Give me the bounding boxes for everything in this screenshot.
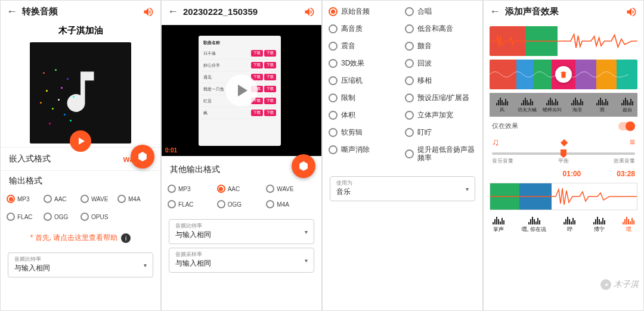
output-format-label: 输出格式	[1, 170, 160, 189]
sound-effect-item[interactable]: 功夫大喊	[515, 93, 540, 117]
bitrate-dropdown[interactable]: 音频比特率 与输入相同	[8, 252, 153, 277]
effect-option[interactable]: 嘶声消除	[326, 141, 402, 158]
format-radio-wave[interactable]: WAVE	[80, 191, 117, 207]
bitrate-dropdown[interactable]: 音频比特率 与输入相同	[169, 219, 314, 244]
effect-option[interactable]: 软剪辑	[326, 124, 402, 141]
embedded-format-label: 嵌入式格式	[9, 154, 123, 164]
sound-effect-item[interactable]: 雨	[590, 93, 615, 117]
effect-option[interactable]: 合唱	[402, 3, 479, 20]
effect-option[interactable]: 移相	[402, 72, 479, 89]
waveform-track-3[interactable]	[490, 183, 637, 210]
sound-category-item[interactable]: 嘿, 你在说	[522, 216, 546, 233]
effect-option[interactable]: 盯眝	[402, 124, 479, 141]
effect-option[interactable]: 立体声加宽	[402, 107, 479, 124]
playlist-row: 枫下载下载	[201, 107, 278, 119]
record-button[interactable]	[131, 145, 154, 169]
playlist-row: 好心分手下载下载	[201, 60, 278, 71]
effect-option[interactable]: 震音	[326, 38, 402, 55]
effect-only-label: 仅在效果	[492, 121, 518, 130]
play-button[interactable]	[70, 130, 91, 152]
effect-option[interactable]: 提升超低音扬声器频率	[402, 141, 479, 167]
effect-option[interactable]: 3D效果	[326, 55, 402, 72]
effect-option[interactable]: 颤音	[402, 38, 479, 55]
balance-icon: ◆	[561, 136, 568, 148]
format-radio-wave[interactable]: WAVE	[266, 181, 315, 196]
time-end: 03:28	[617, 170, 635, 178]
effect-option[interactable]: 低音和高音	[402, 20, 479, 38]
sound-effect-item[interactable]: 蟋蟀尖叫	[540, 93, 565, 117]
back-icon[interactable]: ←	[168, 5, 178, 18]
format-radio-aac[interactable]: AAC	[217, 181, 267, 196]
waveform-track-2[interactable]	[490, 60, 637, 89]
play-overlay-button[interactable]	[225, 74, 258, 107]
timestamp: 0:01	[165, 147, 177, 154]
format-radio-flac[interactable]: FLAC	[168, 196, 217, 212]
time-start: 01:00	[563, 170, 581, 178]
format-radio-flac[interactable]: FLAC	[7, 209, 44, 224]
page-title: 20230222_150359	[183, 7, 299, 17]
format-radio-opus[interactable]: OPUS	[80, 209, 117, 224]
effect-option[interactable]: 限制	[326, 89, 402, 107]
format-radio-ogg[interactable]: OGG	[44, 209, 80, 224]
music-volume-icon: ♫	[492, 137, 499, 148]
sound-effect-item[interactable]: 超自	[615, 93, 637, 117]
info-icon: i	[121, 233, 131, 243]
speaker-icon[interactable]	[143, 6, 154, 18]
song-title: 木子淇加油	[1, 23, 160, 39]
format-radio-m4a[interactable]: M4A	[117, 191, 154, 207]
back-icon[interactable]: ←	[7, 5, 17, 18]
balance-slider[interactable]	[492, 152, 635, 155]
sound-category-item[interactable]: 博宁	[593, 216, 605, 233]
effect-option[interactable]: 回波	[402, 55, 479, 72]
album-art	[30, 42, 131, 143]
waveform-track-1[interactable]	[490, 26, 637, 56]
effect-option[interactable]: 体积	[326, 107, 402, 124]
speaker-icon[interactable]	[626, 6, 637, 18]
format-radio-m4a[interactable]: M4A	[266, 196, 315, 212]
format-radio-aac[interactable]: AAC	[44, 191, 80, 207]
help-link[interactable]: * 首先, 请点击这里查看帮助 i	[1, 227, 160, 249]
sound-effect-item[interactable]: 风	[490, 93, 515, 117]
back-icon[interactable]: ←	[490, 5, 500, 18]
format-radio-mp3[interactable]: MP3	[7, 191, 44, 207]
playlist-row: 日不落下载下载	[201, 48, 278, 60]
sound-effect-item[interactable]: 海浪	[565, 93, 590, 117]
effect-option[interactable]: 原始音频	[326, 3, 402, 20]
speaker-icon[interactable]	[304, 6, 315, 18]
page-title: 转换音频	[22, 6, 138, 17]
effect-volume-icon: ≡	[630, 137, 635, 148]
video-preview: 歌曲名称 日不落下载下载好心分手下载下载遇见下载下载我是一只鱼下载下载红豆下载下…	[162, 25, 321, 156]
sound-category-item[interactable]: 嘿	[623, 216, 634, 233]
effect-option[interactable]: 预设压缩/扩展器	[402, 89, 479, 107]
samplerate-dropdown[interactable]: 音频采样率 与输入相同	[169, 248, 314, 273]
format-radio-ogg[interactable]: OGG	[217, 196, 267, 212]
sound-category-item[interactable]: 掌声	[493, 216, 504, 233]
sound-category-item[interactable]: 哔	[564, 216, 575, 233]
effect-option[interactable]: 高音质	[326, 20, 402, 38]
use-as-dropdown[interactable]: 使用为 音乐	[330, 176, 475, 201]
watermark: ✦ 木子淇	[600, 279, 639, 290]
record-button[interactable]	[292, 154, 315, 178]
format-radio-mp3[interactable]: MP3	[168, 181, 217, 196]
delete-button[interactable]	[555, 66, 572, 83]
page-title: 添加声音效果	[505, 6, 621, 17]
effect-only-toggle[interactable]	[618, 122, 635, 130]
effect-option[interactable]: 压缩机	[326, 72, 402, 89]
